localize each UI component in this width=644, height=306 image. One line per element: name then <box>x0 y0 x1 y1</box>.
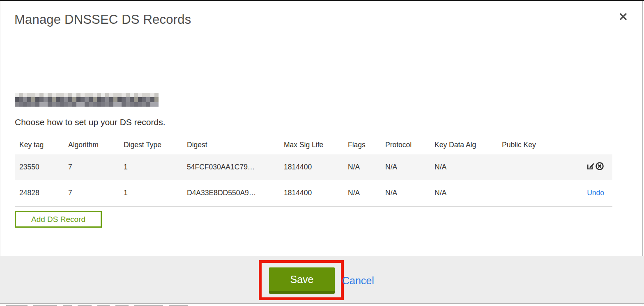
cell-protocol: N/A <box>381 180 430 206</box>
cell-digest: 54FCF030AA1C79… <box>182 154 279 180</box>
add-ds-record-button[interactable]: Add DS Record <box>15 211 102 228</box>
cell-protocol: N/A <box>381 154 430 180</box>
cell-digest-type: 1 <box>119 180 182 206</box>
cancel-link[interactable]: Cancel <box>342 275 374 287</box>
cell-public-key <box>497 180 547 206</box>
col-header-flags: Flags <box>343 136 381 154</box>
col-header-key-data-alg: Key Data Alg <box>430 136 497 154</box>
cell-actions: Undo <box>547 180 612 206</box>
col-header-key-tag: Key tag <box>15 136 64 154</box>
instruction-text: Choose how to set up your DS records. <box>15 117 166 127</box>
dnssec-dialog: Manage DNSSEC DS Records Choose how to s… <box>0 0 644 306</box>
dialog-footer: Save Cancel <box>0 256 644 304</box>
page-title: Manage DNSSEC DS Records <box>14 12 191 27</box>
cell-key-data-alg: N/A <box>430 180 497 206</box>
col-header-max-sig-life: Max Sig Life <box>279 136 343 154</box>
col-header-protocol: Protocol <box>381 136 430 154</box>
col-header-algorithm: Algorithm <box>64 136 119 154</box>
ds-records-table: Key tag Algorithm Digest Type Digest Max… <box>15 136 612 207</box>
cell-key-tag: 24828 <box>15 180 64 206</box>
close-icon[interactable] <box>616 9 630 24</box>
cell-public-key <box>497 154 547 180</box>
cell-max-sig-life: 1814400 <box>279 180 343 206</box>
undo-link[interactable]: Undo <box>587 189 604 197</box>
table-header-row: Key tag Algorithm Digest Type Digest Max… <box>15 136 612 154</box>
edit-icon[interactable] <box>586 162 595 170</box>
cell-flags: N/A <box>343 154 381 180</box>
col-header-digest-type: Digest Type <box>119 136 182 154</box>
cell-algorithm: 7 <box>64 154 119 180</box>
cell-key-tag: 23550 <box>15 154 64 180</box>
redacted-domain-name <box>15 93 159 107</box>
cell-flags: N/A <box>343 180 381 206</box>
col-header-actions <box>547 136 612 154</box>
cell-digest-type: 1 <box>119 154 182 180</box>
cell-actions <box>547 154 612 180</box>
cell-digest: D4A33E8DD550A9… <box>182 180 279 206</box>
close-icon-glyph <box>619 12 628 21</box>
table-row: 23550 7 1 54FCF030AA1C79… 1814400 N/A N/… <box>15 154 612 180</box>
cell-key-data-alg: N/A <box>430 154 497 180</box>
cell-algorithm: 7 <box>64 180 119 206</box>
col-header-public-key: Public Key <box>497 136 547 154</box>
delete-circle-icon[interactable] <box>595 162 604 171</box>
col-header-digest: Digest <box>182 136 279 154</box>
table-row-deleted: 24828 7 1 D4A33E8DD550A9… 1814400 N/A N/… <box>15 180 612 206</box>
cell-max-sig-life: 1814400 <box>279 154 343 180</box>
save-button[interactable]: Save <box>269 267 335 294</box>
